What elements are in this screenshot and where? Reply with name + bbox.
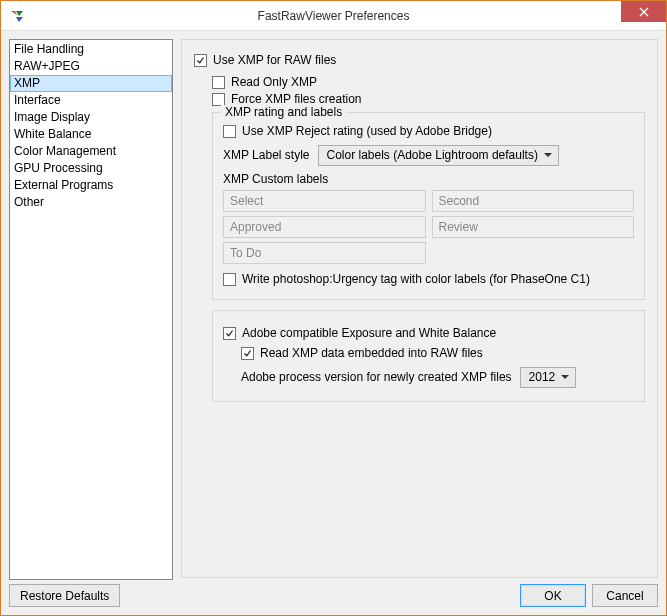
sidebar-item-gpu-processing[interactable]: GPU Processing (10, 160, 172, 177)
use-xmp-checkbox[interactable] (194, 54, 207, 67)
sidebar-item-external-programs[interactable]: External Programs (10, 177, 172, 194)
preferences-window: FastRawViewer Preferences File Handling … (0, 0, 667, 616)
restore-defaults-button[interactable]: Restore Defaults (9, 584, 120, 607)
custom-label-4: Review (432, 216, 635, 238)
xmp-rating-labels-group: XMP rating and labels Use XMP Reject rat… (212, 112, 645, 300)
chevron-down-icon (561, 375, 569, 379)
chevron-down-icon (544, 153, 552, 157)
ok-button[interactable]: OK (520, 584, 586, 607)
urgency-label[interactable]: Write photoshop:Urgency tag with color l… (242, 272, 590, 286)
sidebar-item-xmp[interactable]: XMP (10, 75, 172, 92)
force-xmp-checkbox[interactable] (212, 93, 225, 106)
xmp-rating-labels-legend: XMP rating and labels (221, 105, 346, 119)
custom-label-2: Second (432, 190, 635, 212)
xmp-custom-labels-grid: Select Second Approved Review To Do (223, 190, 634, 264)
read-only-xmp-checkbox[interactable] (212, 76, 225, 89)
force-xmp-label[interactable]: Force XMP files creation (231, 92, 362, 106)
sidebar-item-image-display[interactable]: Image Display (10, 109, 172, 126)
custom-label-5: To Do (223, 242, 426, 264)
read-embedded-label[interactable]: Read XMP data embedded into RAW files (260, 346, 483, 360)
sidebar-item-file-handling[interactable]: File Handling (10, 41, 172, 58)
use-xmp-label[interactable]: Use XMP for RAW files (213, 53, 336, 67)
dialog-footer: OK Cancel (181, 578, 658, 607)
right-panel: Use XMP for RAW files Read Only XMP Forc… (181, 39, 658, 607)
process-version-value: 2012 (529, 370, 556, 384)
sidebar-item-color-management[interactable]: Color Management (10, 143, 172, 160)
use-reject-label[interactable]: Use XMP Reject rating (used by Adobe Bri… (242, 124, 492, 138)
left-panel: File Handling RAW+JPEG XMP Interface Ima… (9, 39, 173, 607)
adobe-compat-checkbox[interactable] (223, 327, 236, 340)
process-version-label: Adobe process version for newly created … (241, 370, 512, 384)
sidebar-item-white-balance[interactable]: White Balance (10, 126, 172, 143)
read-only-xmp-label[interactable]: Read Only XMP (231, 75, 317, 89)
close-button[interactable] (621, 1, 666, 22)
sidebar-item-other[interactable]: Other (10, 194, 172, 211)
adobe-compat-label[interactable]: Adobe compatible Exposure and White Bala… (242, 326, 496, 340)
titlebar: FastRawViewer Preferences (1, 1, 666, 31)
sidebar-item-raw-jpeg[interactable]: RAW+JPEG (10, 58, 172, 75)
use-reject-checkbox[interactable] (223, 125, 236, 138)
category-list[interactable]: File Handling RAW+JPEG XMP Interface Ima… (9, 39, 173, 580)
xmp-label-style-value: Color labels (Adobe Lightroom defaults) (327, 148, 538, 162)
urgency-checkbox[interactable] (223, 273, 236, 286)
cancel-button[interactable]: Cancel (592, 584, 658, 607)
settings-area: Use XMP for RAW files Read Only XMP Forc… (181, 39, 658, 578)
custom-label-3: Approved (223, 216, 426, 238)
read-embedded-checkbox[interactable] (241, 347, 254, 360)
xmp-label-style-label: XMP Label style (223, 148, 310, 162)
custom-label-1: Select (223, 190, 426, 212)
process-version-combo[interactable]: 2012 (520, 367, 577, 388)
app-icon (9, 8, 25, 24)
xmp-label-style-combo[interactable]: Color labels (Adobe Lightroom defaults) (318, 145, 559, 166)
xmp-custom-labels-title: XMP Custom labels (223, 172, 634, 186)
window-title: FastRawViewer Preferences (1, 9, 666, 23)
adobe-compat-group: Adobe compatible Exposure and White Bala… (212, 310, 645, 402)
content-area: File Handling RAW+JPEG XMP Interface Ima… (1, 31, 666, 615)
sidebar-item-interface[interactable]: Interface (10, 92, 172, 109)
